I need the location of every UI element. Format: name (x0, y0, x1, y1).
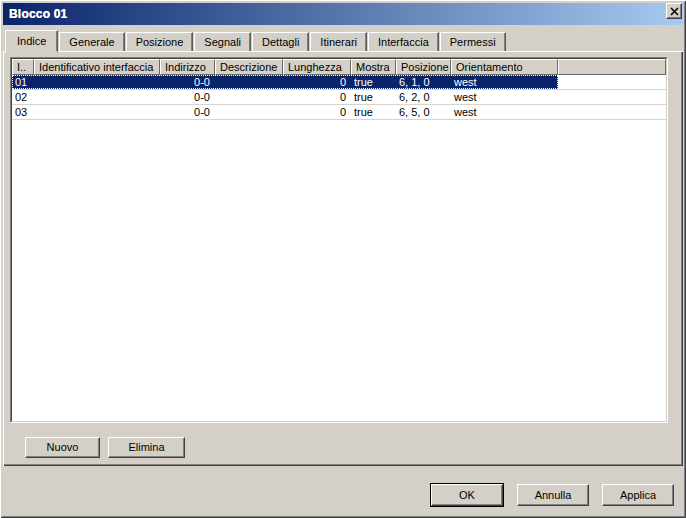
ok-button-face: OK (431, 484, 503, 506)
table-row[interactable]: 020-00true6, 2, 0west (12, 90, 666, 105)
table-cell (34, 90, 160, 104)
interface-table-viewport: I..Identificativo interfacciaIndirizzoDe… (11, 58, 667, 422)
column-header-lunghezza[interactable]: Lunghezza (283, 59, 351, 75)
table-cell (215, 75, 283, 89)
tab-generale[interactable]: Generale (59, 32, 124, 51)
tab-posizione[interactable]: Posizione (126, 32, 194, 51)
interface-table: I..Identificativo interfacciaIndirizzoDe… (10, 57, 668, 423)
table-cell: true (351, 105, 396, 119)
table-cell: 0 (283, 105, 351, 119)
table-cell: 6, 2, 0 (396, 90, 451, 104)
table-row-band: 020-00true6, 2, 0west (12, 90, 558, 104)
table-cell: west (451, 90, 558, 104)
tab-permessi[interactable]: Permessi (440, 32, 506, 51)
annulla-button[interactable]: Annulla (517, 484, 589, 506)
table-cell: 0-0 (160, 75, 215, 89)
table-cell: 01 (12, 75, 34, 89)
table-cell: west (451, 105, 558, 119)
table-cell: 0 (283, 75, 351, 89)
table-row-selected-band: 010-00true6, 1, 0west (12, 75, 558, 89)
tab-segnali[interactable]: Segnali (194, 32, 251, 51)
column-header-descrizione[interactable]: Descrizione (215, 59, 283, 75)
table-cell: 03 (12, 105, 34, 119)
applica-button[interactable]: Applica (602, 484, 674, 506)
table-cell (34, 105, 160, 119)
close-icon (670, 7, 679, 16)
column-header-indirizzo[interactable]: Indirizzo (160, 59, 215, 75)
table-cell (34, 75, 160, 89)
table-cell: 6, 5, 0 (396, 105, 451, 119)
table-header-row: I..Identificativo interfacciaIndirizzoDe… (12, 59, 666, 75)
table-cell: 0 (283, 90, 351, 104)
column-header-i-[interactable]: I.. (12, 59, 34, 75)
column-header-orientamento[interactable]: Orientamento (451, 59, 558, 75)
tab-page-indice: I..Identificativo interfacciaIndirizzoDe… (3, 51, 683, 466)
close-button[interactable] (666, 3, 682, 19)
table-cell: 0-0 (160, 105, 215, 119)
tab-bar: IndiceGeneralePosizioneSegnaliDettagliIt… (5, 29, 507, 51)
table-cell (215, 90, 283, 104)
table-row[interactable]: 010-00true6, 1, 0west (12, 75, 666, 90)
tab-itinerari[interactable]: Itinerari (310, 32, 367, 51)
tab-interfaccia[interactable]: Interfaccia (368, 32, 439, 51)
nuovo-button[interactable]: Nuovo (25, 437, 100, 458)
column-header-mostra[interactable]: Mostra (351, 59, 396, 75)
table-cell: true (351, 90, 396, 104)
dialog-window: Blocco 01 IndiceGeneralePosizioneSegnali… (0, 0, 686, 518)
table-cell: 6, 1, 0 (396, 75, 451, 89)
table-cell (215, 105, 283, 119)
table-cell: true (351, 75, 396, 89)
column-header-identificativo-interfaccia[interactable]: Identificativo interfaccia (34, 59, 160, 75)
column-header-filler (558, 59, 666, 75)
tab-indice[interactable]: Indice (5, 30, 58, 53)
window-title: Blocco 01 (3, 7, 68, 21)
ok-button[interactable]: OK (430, 483, 504, 507)
table-row-band: 030-00true6, 5, 0west (12, 105, 558, 119)
elimina-button[interactable]: Elimina (108, 437, 185, 458)
tab-dettagli[interactable]: Dettagli (252, 32, 309, 51)
table-body: 010-00true6, 1, 0west020-00true6, 2, 0we… (12, 75, 666, 120)
title-bar[interactable]: Blocco 01 (3, 3, 683, 25)
table-cell: west (451, 75, 558, 89)
column-header-posizione[interactable]: Posizione (396, 59, 451, 75)
table-row[interactable]: 030-00true6, 5, 0west (12, 105, 666, 120)
table-cell: 0-0 (160, 90, 215, 104)
table-cell: 02 (12, 90, 34, 104)
